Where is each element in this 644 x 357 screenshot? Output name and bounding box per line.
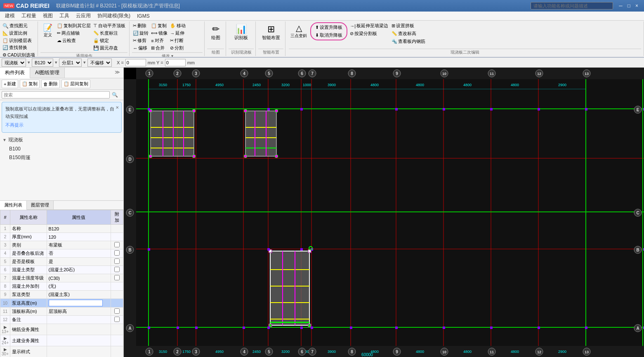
prop-row-extra[interactable] (111, 249, 123, 258)
toolbar-btn-floor-copy[interactable]: 📋 层间复制 (61, 80, 90, 88)
ribbon-btn-break[interactable]: ✂打断 (169, 37, 186, 44)
prop-row-extra[interactable] (111, 274, 123, 282)
prop-row-value[interactable]: (无) (47, 282, 111, 291)
menu-item-cloud[interactable]: 云应用 (73, 12, 94, 20)
tooltip-no-show[interactable]: 不再提示 (5, 122, 24, 129)
ribbon-btn-three-point-slope[interactable]: △三点变斜 (289, 22, 309, 40)
prop-row[interactable]: 4是否叠合板后浇否 (0, 249, 123, 258)
toolbar-btn-copy[interactable]: 📋 复制 (20, 80, 40, 88)
prop-row[interactable]: 5是否是模板是 (0, 258, 123, 266)
prop-row[interactable]: 7混凝土强度等级(C30) (0, 274, 123, 282)
ribbon-btn-rotate[interactable]: 🔃旋转 (132, 30, 149, 37)
menu-item-collab[interactable]: 协同建模(限免) (94, 12, 134, 20)
menu-item-build[interactable]: 建模 (2, 12, 18, 20)
window-maximize[interactable]: □ (625, 2, 633, 9)
ribbon-btn-copy[interactable]: 📋复制 (150, 22, 168, 29)
ribbon-btn-copy-to-floor[interactable]: 📋复制到其它层 (56, 22, 92, 29)
prop-row[interactable]: 12备注 (0, 316, 123, 324)
ribbon-btn-extend-slab-to-wall[interactable]: →|板延伸至墙梁边 (349, 22, 389, 29)
ribbon-btn-lock[interactable]: 🔒锁定 (92, 37, 126, 44)
prop-row-value[interactable]: (C30) (47, 274, 111, 282)
panel-expand-btn[interactable]: ≫ (111, 68, 123, 78)
tooltip-close-btn[interactable]: × (116, 103, 119, 112)
menu-item-tools[interactable]: 工具 (56, 12, 73, 20)
prop-row[interactable]: 9泵送类型(混凝土泵) (0, 291, 123, 299)
ribbon-btn-mirror[interactable]: ⟺镜像 (150, 30, 168, 37)
ribbon-btn-cad-options[interactable]: ⚙CAD识别选项 (2, 52, 36, 58)
window-minimize[interactable]: ─ (616, 2, 625, 9)
prop-tab-list[interactable]: 属性列表 (0, 201, 27, 210)
tree-item-xianjiaob[interactable]: ▼ 现浇板 (1, 135, 123, 145)
prop-row-extra[interactable] (111, 241, 123, 249)
layer-dropdown[interactable]: 现浇板 (2, 59, 26, 67)
global-search-input[interactable] (531, 2, 613, 9)
prop-row-value[interactable]: 否 (47, 249, 111, 258)
ribbon-btn-auto-align[interactable]: ⊤自动平齐顶板 (92, 22, 126, 29)
ribbon-btn-set-raise-slab[interactable]: ⬆设置升降板 (314, 24, 343, 31)
ribbon-btn-cloud-check[interactable]: ☁云检查 (56, 37, 92, 44)
toolbar-btn-new[interactable]: + 新建 (2, 80, 18, 88)
ribbon-btn-check-elevation[interactable]: 📏查改标高 (391, 30, 426, 37)
toolbar-btn-delete[interactable]: 🗑 删除 (41, 80, 60, 88)
prop-row[interactable]: ▶ 13+钢筋业务属性 (0, 324, 123, 335)
ribbon-btn-split-slab-by-beam[interactable]: ⊘按梁分割板 (349, 30, 389, 37)
prop-row[interactable]: ▶ 30+显示样式 (0, 346, 123, 357)
prop-tab-layer[interactable]: 图层管理 (27, 201, 54, 209)
canvas-area[interactable]: 1 2 3 4 5 6 7 8 9 10 (124, 68, 644, 357)
prop-row-extra[interactable] (111, 266, 123, 274)
prop-row-value[interactable]: (混凝土泵) (47, 291, 111, 299)
ribbon-btn-trim[interactable]: ✂修剪 (132, 37, 149, 44)
prop-row-value[interactable]: 120 (47, 233, 111, 241)
prop-row[interactable]: 3类别有梁板 (0, 241, 123, 249)
ribbon-btn-find-set-scale[interactable]: 📐设置比例 (2, 30, 36, 37)
prop-row-extra[interactable] (111, 316, 123, 324)
prop-row-value[interactable]: 有梁板 (47, 241, 111, 249)
prop-row-extra[interactable] (111, 308, 123, 316)
ribbon-btn-find-element[interactable]: 🔍查找图元 (2, 22, 36, 29)
menu-item-igms[interactable]: IGMS (134, 12, 153, 20)
tree-item-b150[interactable]: B150雨篷 (1, 153, 123, 162)
ribbon-btn-cancel-raise-slab[interactable]: ⬇取消升降板 (314, 32, 343, 39)
prop-row-value[interactable]: B120 (47, 225, 111, 233)
prop-row[interactable]: 6混凝土类型(混凝土20石) (0, 266, 123, 274)
prop-row[interactable]: 10泵送高度(m) (0, 299, 123, 308)
y-input[interactable] (165, 59, 186, 66)
ribbon-btn-draw[interactable]: ✏绘图 (210, 22, 222, 42)
move-type-dropdown[interactable]: 不偏移 (87, 59, 112, 67)
prop-row[interactable]: 1名称B120 (0, 225, 123, 233)
ribbon-btn-merge[interactable]: ⊞合并 (150, 45, 168, 52)
floor-dropdown[interactable]: 分层1 (59, 59, 82, 67)
ribbon-btn-recognize-floor[interactable]: 📋识别楼层表 (2, 37, 36, 44)
ribbon-btn-move[interactable]: ✋移动 (169, 22, 186, 29)
prop-row-value[interactable]: 是 (47, 258, 111, 266)
ribbon-btn-view-rebar[interactable]: 🔩查看板内钢筋 (391, 38, 426, 45)
ribbon-btn-set-panel[interactable]: ⊞设置拼板 (391, 22, 426, 29)
ribbon-btn-find-replace[interactable]: 🔄查找替换 (2, 44, 36, 51)
menu-item-view[interactable]: 视图 (40, 12, 56, 20)
prop-row-value[interactable]: (混凝土20石) (47, 266, 111, 274)
prop-row[interactable]: 11顶板标高(m)层顶标高 (0, 308, 123, 316)
type-dropdown[interactable]: B120 (32, 59, 53, 67)
x-input[interactable] (125, 59, 146, 66)
prop-row[interactable]: ▶ 24+土建业务属性 (0, 335, 123, 346)
ribbon-btn-smart-layout[interactable]: ⊞智能布置 (260, 22, 282, 42)
ribbon-btn-align[interactable]: ≡对齐 (150, 37, 168, 44)
ribbon-btn-offset[interactable]: ↔偏移 (132, 45, 149, 52)
tab-component-list[interactable]: 构件列表 (0, 68, 30, 78)
prop-row[interactable]: 8混凝土外加剂(无) (0, 282, 123, 291)
search-input[interactable] (2, 91, 110, 99)
window-close[interactable]: × (633, 2, 641, 9)
ribbon-btn-extend[interactable]: →延伸 (169, 30, 186, 37)
prop-row-value[interactable]: 层顶标高 (47, 308, 111, 316)
prop-row-extra[interactable] (111, 258, 123, 266)
menu-item-quantity[interactable]: 工程量 (18, 12, 40, 20)
ribbon-btn-define[interactable]: 📝定义 (40, 22, 55, 39)
ribbon-btn-split[interactable]: ⊘分割 (169, 45, 186, 52)
ribbon-btn-delete[interactable]: ✂删除 (132, 22, 149, 29)
ribbon-btn-two-point-axis[interactable]: ✏两点辅轴 (56, 30, 92, 37)
tab-ai-drawing[interactable]: AI图纸管理 (30, 68, 65, 78)
ribbon-btn-save-element[interactable]: 💾圆元存盘 (92, 45, 126, 52)
ribbon-btn-length-mark[interactable]: 📏长度标注 (92, 30, 126, 37)
tree-item-b100[interactable]: B100 (1, 145, 123, 153)
ribbon-btn-identify-slab[interactable]: 📊识别板 (233, 22, 250, 42)
